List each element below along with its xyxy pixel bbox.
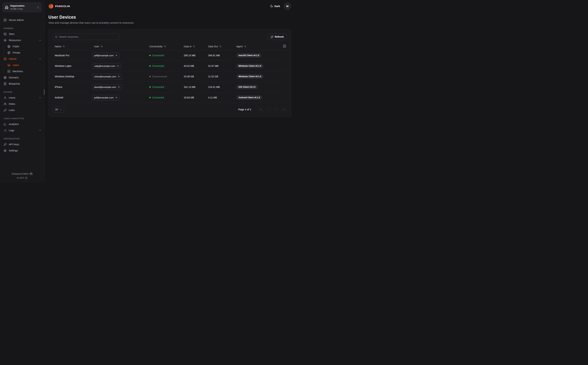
sort-icon xyxy=(193,45,195,48)
sidebar-item-links[interactable]: Links xyxy=(0,107,44,113)
edition-link[interactable]: Enterprise Edition xyxy=(0,172,44,176)
sidebar-item-access-users[interactable]: Users xyxy=(0,95,44,101)
sidebar-item-machines[interactable]: Machines xyxy=(4,68,44,74)
app-root: Organization ACME Corp. Server Admin GEN… xyxy=(0,0,294,182)
table-header-row: Name User Connectivity Data In xyxy=(53,43,287,50)
section-label-general: GENERAL xyxy=(0,23,44,31)
sidebar-nav: Server Admin GENERAL Sites Resources Pub… xyxy=(0,14,44,172)
next-page-button[interactable] xyxy=(274,107,279,112)
data-in-value: 18.63 MB xyxy=(182,96,206,99)
sidebar-item-resources[interactable]: Resources xyxy=(0,37,44,43)
column-header-agent[interactable]: Agent xyxy=(234,45,280,48)
sort-icon xyxy=(164,45,166,48)
user-link-button[interactable]: jeff@example.com xyxy=(92,95,120,101)
sidebar-item-label: Machines xyxy=(13,70,23,73)
sidebar: Organization ACME Corp. Server Admin GEN… xyxy=(0,0,44,182)
topbar: PANGOLIN Dark M xyxy=(44,0,294,12)
column-header-data-in[interactable]: Data In xyxy=(182,45,206,48)
sidebar-item-roles[interactable]: Roles xyxy=(0,101,44,107)
agent-badge: Windows Client v0.1.0 xyxy=(236,64,263,68)
sidebar-item-label: Blueprints xyxy=(9,82,20,85)
column-header-user[interactable]: User xyxy=(92,45,147,48)
table-footer: 20 Page 1 of 1 xyxy=(53,106,287,112)
sidebar-item-domains[interactable]: Domains xyxy=(0,74,44,81)
user-link-button[interactable]: jeff@example.com xyxy=(92,52,120,58)
agent-badge: Windows Client v0.1.0 xyxy=(236,74,263,79)
chevron-right-icon xyxy=(275,108,278,111)
refresh-icon xyxy=(271,35,273,38)
sidebar-item-label: Logs xyxy=(9,129,14,132)
user-link-button[interactable]: david@example.com xyxy=(92,84,122,90)
data-in-value: 181.13 MB xyxy=(182,86,206,88)
user-link-button[interactable]: sally@example.com xyxy=(92,63,121,69)
sidebar-item-logs[interactable]: Logs xyxy=(0,127,44,133)
org-switcher[interactable]: Organization ACME Corp. xyxy=(3,3,42,12)
data-out-value: 11.52 GB xyxy=(206,75,234,78)
table-body: MacBook Pro jeff@example.com Connected 2… xyxy=(53,50,287,103)
sidebar-item-sites[interactable]: Sites xyxy=(0,31,44,37)
sidebar-resize-handle[interactable] xyxy=(44,89,45,95)
content: User Devices View and manage devices tha… xyxy=(44,12,294,117)
column-header-data-out[interactable]: Data Out xyxy=(206,45,234,48)
page-subtitle: View and manage devices that users use t… xyxy=(48,21,291,24)
section-label-organization: ORGANIZATION xyxy=(0,133,44,141)
page-size-value: 20 xyxy=(55,108,58,111)
sidebar-item-settings[interactable]: Settings xyxy=(0,147,44,154)
org-switcher-value: ACME Corp. xyxy=(10,7,35,11)
column-header-name[interactable]: Name xyxy=(53,45,92,48)
laptop-icon xyxy=(7,64,10,67)
theme-toggle[interactable]: Dark xyxy=(270,5,280,7)
sidebar-item-label: Links xyxy=(9,109,15,112)
last-page-button[interactable] xyxy=(281,107,287,112)
avatar[interactable]: M xyxy=(284,3,291,10)
section-label-access: ACCESS xyxy=(0,87,44,95)
page-size-select[interactable]: 20 xyxy=(53,106,64,112)
sidebar-item-analytics[interactable]: Analytics xyxy=(0,121,44,127)
sidebar-item-api-keys[interactable]: API Keys xyxy=(0,141,44,147)
edition-label: Enterprise Edition xyxy=(12,172,29,176)
page-info: Page 1 of 1 xyxy=(238,108,251,111)
device-name: Windows Lapto xyxy=(53,64,92,67)
arrow-up-right-icon xyxy=(118,76,120,78)
column-header-connectivity[interactable]: Connectivity xyxy=(147,45,182,48)
sidebar-item-public[interactable]: Public xyxy=(4,43,44,49)
data-out-value: 124.41 MB xyxy=(206,86,234,88)
columns-icon xyxy=(283,45,286,48)
sidebar-item-clients[interactable]: Clients xyxy=(0,56,44,62)
connectivity-status: Connected xyxy=(147,96,182,99)
sidebar-item-server-admin[interactable]: Server Admin xyxy=(0,17,44,23)
devices-card: Refresh Name User Conn xyxy=(48,29,291,117)
sidebar-item-label: Analytics xyxy=(9,123,19,126)
data-in-value: 280.10 MB xyxy=(182,54,206,57)
sidebar-item-private[interactable]: Private xyxy=(4,49,44,56)
user-email: david@example.com xyxy=(94,86,116,88)
table-row: Windows Lapto sally@example.com Connecte… xyxy=(53,61,287,71)
agent-badge: macOS Client v0.1.0 xyxy=(236,53,261,58)
brand[interactable]: PANGOLIN xyxy=(48,4,70,9)
status-dot-icon xyxy=(149,65,151,67)
monitor-up-icon xyxy=(4,57,7,60)
globe-icon xyxy=(7,45,10,48)
chevron-down-icon xyxy=(59,108,62,111)
first-page-button[interactable] xyxy=(258,107,263,112)
status-dot-icon xyxy=(149,97,151,98)
theme-label: Dark xyxy=(274,5,280,7)
building-icon xyxy=(5,6,8,9)
data-in-value: 23.36 GB xyxy=(182,75,206,78)
user-link-button[interactable]: chloe@example.com xyxy=(92,74,122,80)
column-settings-button[interactable] xyxy=(283,44,287,49)
server-icon xyxy=(7,70,10,73)
search-input[interactable] xyxy=(59,35,117,38)
connectivity-status: Connected xyxy=(147,86,182,88)
external-link-icon xyxy=(25,177,27,179)
connectivity-status: Connected xyxy=(147,64,182,67)
sidebar-item-clients-users[interactable]: Users xyxy=(4,62,44,68)
link-icon xyxy=(4,109,7,112)
sidebar-item-blueprints[interactable]: Blueprints xyxy=(0,81,44,87)
prev-page-button[interactable] xyxy=(266,107,271,112)
connectivity-status: Connected xyxy=(147,54,182,57)
sidebar-item-label: Clients xyxy=(9,57,16,60)
refresh-button[interactable]: Refresh xyxy=(268,34,287,40)
table-row: Windows Desktop chloe@example.com Discon… xyxy=(53,71,287,82)
version-link[interactable]: v1.13.0 xyxy=(0,176,44,180)
